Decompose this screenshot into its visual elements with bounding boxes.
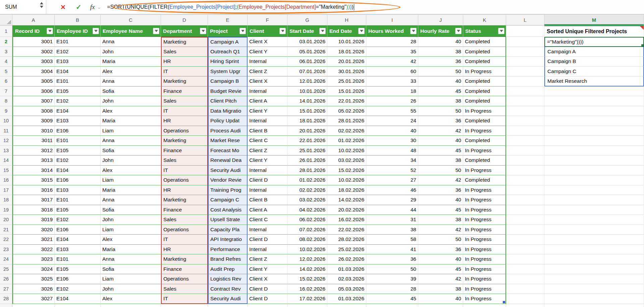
table-cell[interactable]: Marketing [161, 254, 208, 264]
table-cell[interactable]: 3014 [12, 166, 55, 176]
column-header-I[interactable]: I [366, 14, 418, 25]
table-cell[interactable]: John [101, 96, 161, 106]
table-cell[interactable]: 18.01.2026 [327, 47, 366, 57]
spill-cell[interactable]: Campaign A [544, 47, 644, 57]
select-all-corner[interactable] [0, 14, 12, 25]
spill-cell[interactable]: Campaign C [544, 67, 644, 77]
table-cell[interactable]: 36 [418, 57, 463, 67]
row-header-2[interactable]: 2 [0, 37, 12, 47]
column-title-cell[interactable]: Hourly Rate [418, 25, 463, 37]
cell[interactable] [506, 76, 544, 86]
table-cell[interactable]: 28.02.2026 [327, 235, 366, 245]
filter-button[interactable] [239, 28, 246, 34]
cell[interactable] [506, 274, 544, 284]
table-cell[interactable]: 30 [366, 136, 418, 146]
table-cell[interactable]: 29 [366, 195, 418, 205]
table-cell[interactable]: Client A [248, 205, 287, 215]
table-cell[interactable]: Liam [101, 225, 161, 235]
table-cell[interactable]: 38 [418, 215, 463, 225]
table-cell[interactable]: 45 [418, 264, 463, 274]
table-cell[interactable]: HR [161, 57, 208, 67]
table-cell[interactable]: Sales [161, 47, 208, 57]
cell[interactable] [506, 96, 544, 106]
table-cell[interactable]: E102 [55, 284, 101, 294]
table-cell[interactable]: Hiring Sprint [208, 57, 248, 67]
table-cell[interactable]: 02.03.2026 [327, 274, 366, 284]
row-header-29[interactable] [0, 304, 12, 307]
cell[interactable] [327, 304, 366, 307]
table-cell[interactable]: Training Prog [208, 185, 248, 195]
table-cell[interactable]: 36 [366, 254, 418, 264]
table-cell[interactable]: 02.02.2026 [327, 126, 366, 136]
table-cell[interactable]: In Progress [463, 254, 506, 264]
cell[interactable] [506, 37, 544, 47]
cell[interactable] [55, 304, 101, 307]
table-cell[interactable]: 50 [418, 106, 463, 116]
table-cell[interactable]: Sofia [101, 86, 161, 97]
table-cell[interactable]: 40 [418, 294, 463, 304]
table-cell[interactable]: 05.02.2026 [327, 106, 366, 116]
column-header-B[interactable]: B [55, 14, 101, 25]
table-cell[interactable]: Market Rese [208, 136, 248, 146]
cell[interactable] [506, 215, 544, 225]
table-cell[interactable]: 16.02.2026 [287, 284, 327, 294]
table-cell[interactable]: 14.02.2026 [287, 264, 327, 274]
table-cell[interactable]: IT [161, 67, 208, 77]
column-header-H[interactable]: H [327, 14, 366, 25]
table-cell[interactable]: E104 [55, 235, 101, 245]
table-cell[interactable]: 40 [418, 76, 463, 86]
table-cell[interactable]: Completed [463, 86, 506, 97]
cell[interactable] [463, 304, 506, 307]
table-cell[interactable]: 40 [418, 195, 463, 205]
cell[interactable] [506, 57, 544, 67]
table-cell[interactable]: Alex [101, 294, 161, 304]
table-cell[interactable]: E105 [55, 86, 101, 97]
cell[interactable] [506, 304, 544, 307]
table-cell[interactable]: 3010 [12, 126, 55, 136]
table-cell[interactable]: Client X [248, 37, 287, 47]
filter-button[interactable] [358, 28, 365, 34]
table-cell[interactable]: Marketing [161, 76, 208, 86]
table-cell[interactable]: 50 [418, 166, 463, 176]
table-cell[interactable]: 55 [366, 106, 418, 116]
table-cell[interactable]: 28.01.2026 [327, 116, 366, 126]
table-cell[interactable]: Alex [101, 166, 161, 176]
table-cell[interactable]: 38 [418, 96, 463, 106]
cell[interactable] [544, 235, 644, 245]
cell[interactable] [544, 215, 644, 225]
table-cell[interactable]: 12.02.2026 [287, 254, 327, 264]
confirm-icon[interactable]: ✓ [76, 3, 82, 11]
table-cell[interactable]: 58 [366, 235, 418, 245]
cell[interactable] [506, 126, 544, 136]
column-header-M[interactable]: M [544, 14, 644, 25]
row-header-21[interactable]: 21 [0, 225, 12, 235]
table-cell[interactable]: 36 [418, 245, 463, 255]
table-cell[interactable]: John [101, 284, 161, 294]
cell[interactable] [544, 254, 644, 264]
name-box-spinner[interactable] [40, 2, 43, 8]
table-cell[interactable]: 3011 [12, 136, 55, 146]
table-cell[interactable]: Alex [101, 67, 161, 77]
table-cell[interactable]: In Progress [463, 225, 506, 235]
table-cell[interactable]: Campaign A [208, 37, 248, 47]
table-cell[interactable]: Client Pitch [208, 96, 248, 106]
table-cell[interactable]: Internal [248, 116, 287, 126]
table-cell[interactable]: 16.02.2026 [327, 215, 366, 225]
table-cell[interactable]: In Progress [463, 245, 506, 255]
cell[interactable] [544, 156, 644, 166]
table-cell[interactable]: Client A [248, 96, 287, 106]
table-cell[interactable]: API Integratio [208, 235, 248, 245]
table-cell[interactable]: 45 [418, 86, 463, 97]
table-cell[interactable]: Sales [161, 96, 208, 106]
row-header-14[interactable]: 14 [0, 156, 12, 166]
filter-button[interactable] [200, 28, 206, 34]
cell[interactable] [544, 166, 644, 176]
table-cell[interactable]: Internal [248, 225, 287, 235]
table-cell[interactable]: 48 [366, 146, 418, 156]
table-cell[interactable]: E105 [55, 146, 101, 156]
filter-button[interactable] [319, 28, 326, 34]
active-cell[interactable]: ="Marketing")))) [544, 37, 644, 47]
row-header-9[interactable]: 9 [0, 106, 12, 116]
table-cell[interactable]: Logistics Rev [208, 274, 248, 284]
table-cell[interactable]: Liam [101, 274, 161, 284]
